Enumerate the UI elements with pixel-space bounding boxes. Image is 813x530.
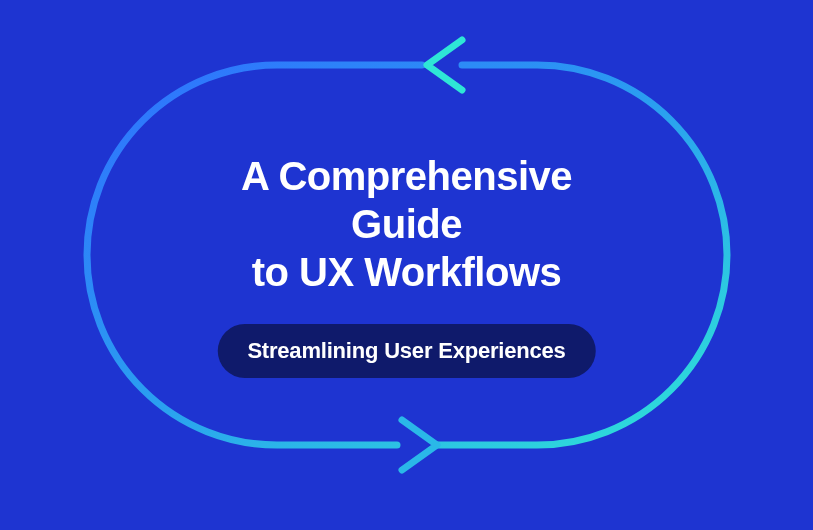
title-line-2: to UX Workflows [252,250,562,294]
hero-content: A Comprehensive Guide to UX Workflows St… [203,152,610,378]
subtitle-badge: Streamlining User Experiences [217,324,595,378]
page-title: A Comprehensive Guide to UX Workflows [203,152,610,296]
title-line-1: A Comprehensive Guide [241,154,572,246]
